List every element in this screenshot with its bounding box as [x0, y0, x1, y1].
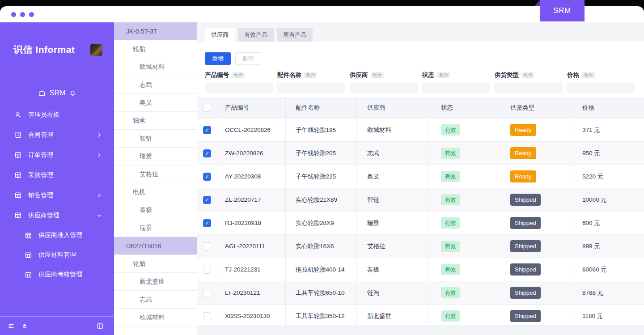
status-badge: 有效: [441, 171, 460, 182]
window-dot-icon[interactable]: [20, 12, 25, 17]
eject-icon[interactable]: [21, 322, 28, 330]
status-badge: 有效: [441, 264, 460, 275]
tree-item[interactable]: 轮胎: [114, 40, 197, 58]
product-code-filter-input[interactable]: [205, 82, 273, 93]
filter-op-chip: 包含: [437, 72, 450, 78]
table-row[interactable]: ✓ RJ-20220918 实心轮胎28X9 瑞景 有效 Shipped 600…: [197, 212, 644, 235]
supply-type-filter-input[interactable]: [495, 82, 563, 93]
window-controls: [11, 12, 34, 17]
part-name-cell: 实心轮胎21X89: [286, 188, 357, 212]
status-badge: 有效: [441, 241, 460, 252]
row-checkbox[interactable]: ✓: [203, 196, 211, 204]
bell-icon[interactable]: [69, 90, 76, 97]
table-row[interactable]: ✓ OCCL-20220826 子午线轮胎195 欧城材料 有效 Ready 3…: [197, 119, 644, 142]
tree-item[interactable]: 欧城材料: [114, 309, 197, 327]
row-checkbox[interactable]: ✓: [203, 219, 211, 227]
tree-item[interactable]: 志武: [114, 76, 197, 94]
tab-all-products[interactable]: 所有产品: [277, 28, 313, 42]
row-checkbox[interactable]: [203, 242, 211, 250]
sidebar-item-contract-mgmt[interactable]: 合同管理: [0, 125, 114, 145]
tab-supplier[interactable]: 供应商: [205, 28, 235, 42]
filter-price: 价格 包含: [567, 71, 635, 93]
sidebar-item-supplier-access-mgmt[interactable]: 供应商准入管理: [0, 225, 114, 245]
main-content: 供应商 有效产品 所有产品 新增 删除 产品编号 包含 配件名称: [197, 22, 644, 335]
window-dot-icon[interactable]: [11, 12, 16, 17]
filter-label: 产品编号: [205, 71, 229, 79]
app-logo: 识信 Informat: [13, 43, 75, 56]
supply-type-badge: Shipped: [510, 263, 541, 276]
tree-item[interactable]: 新北盛世: [114, 273, 197, 291]
sidebar-footer: [0, 316, 114, 335]
tree-item[interactable]: 欧城材料: [114, 58, 197, 76]
table-row[interactable]: ✓ AY-20220308 子午线轮胎225 奥义 有效 Ready 5220 …: [197, 165, 644, 188]
tree-item[interactable]: 奥义: [114, 94, 197, 112]
supplier-cell: 志武: [357, 142, 428, 165]
price-cell: 600 元: [569, 212, 644, 235]
row-checkbox[interactable]: [203, 289, 211, 297]
table-row[interactable]: AGL-20220111 实心轮胎16X6 艾格拉 有效 Shipped 899…: [197, 235, 644, 258]
supplier-filter-input[interactable]: [350, 82, 418, 93]
admin-user-icon: [14, 111, 22, 119]
delete-button[interactable]: 删除: [235, 52, 261, 65]
table-row[interactable]: ✓ ZL-20220717 实心轮胎21X89 智链 有效 Shipped 10…: [197, 188, 644, 212]
column-header: 状态: [428, 97, 498, 119]
sidebar-item-admin-board[interactable]: 管理员看板: [0, 105, 114, 125]
tree-item[interactable]: 泰极: [114, 201, 197, 219]
filter-supplier: 供应商 包含: [350, 71, 418, 93]
tree-item[interactable]: 志武: [114, 291, 197, 309]
menu-lines-icon[interactable]: [8, 322, 15, 330]
sidebar-item-supplier-mgmt[interactable]: 供应商管理: [0, 205, 114, 225]
tab-valid-products[interactable]: 有效产品: [238, 28, 274, 42]
column-header: 配件名称: [286, 97, 357, 119]
table-row[interactable]: LT-20230121 工具车轮胎650-10 链淘 有效 Shipped 87…: [197, 281, 644, 305]
add-button[interactable]: 新增: [205, 52, 231, 65]
status-filter-input[interactable]: [422, 82, 490, 93]
supplier-submenu: 供应商准入管理 供应材料管理 供应商: [0, 225, 114, 284]
part-name-cell: 拖拉机轮胎400-14: [286, 258, 357, 281]
tree-item[interactable]: DB22/T5016: [114, 237, 197, 255]
supplier-cell: 欧城材料: [357, 119, 428, 142]
tree-item[interactable]: 轮胎: [114, 255, 197, 273]
sidebar-item-supplier-assessment-mgmt[interactable]: 供应商考核管理: [0, 265, 114, 284]
price-cell: 8788 元: [569, 281, 644, 305]
tree-item[interactable]: 瑞景: [114, 148, 197, 165]
part-name-cell: 实心轮胎16X6: [286, 235, 357, 258]
tree-item[interactable]: 艾格拉: [114, 165, 197, 183]
sidebar-item-sales-mgmt[interactable]: 销售管理: [0, 185, 114, 205]
supplier-cell: 链淘: [357, 281, 428, 305]
sidebar-item-order-mgmt[interactable]: 订单管理: [0, 145, 114, 165]
part-name-filter-input[interactable]: [277, 82, 345, 93]
window-dot-icon[interactable]: [29, 12, 34, 17]
product-code-cell: XBSS-20230130: [217, 305, 286, 328]
table-row[interactable]: ✓ ZW-20220826 子午线轮胎205 志武 有效 Ready 950 元: [197, 142, 644, 165]
price-cell: 371 元: [569, 119, 644, 142]
tree-item[interactable]: 瑞景: [114, 219, 197, 237]
price-filter-input[interactable]: [567, 82, 635, 93]
row-checkbox[interactable]: [203, 312, 211, 320]
status-badge: 有效: [441, 217, 460, 229]
filter-part-name: 配件名称 包含: [277, 71, 345, 93]
sidebar-item-label: 供应商准入管理: [38, 231, 102, 239]
tree-item[interactable]: 电机: [114, 183, 197, 201]
row-checkbox[interactable]: ✓: [203, 149, 211, 157]
row-checkbox[interactable]: ✓: [203, 173, 211, 181]
sidebar-item-purchase-mgmt[interactable]: 采购管理: [0, 165, 114, 185]
table-row[interactable]: TJ-20221231 拖拉机轮胎400-14 泰极 有效 Shipped 60…: [197, 258, 644, 281]
select-all-checkbox[interactable]: [203, 104, 211, 112]
supplier-cell: 奥义: [357, 165, 428, 188]
table-row[interactable]: XBSS-20230130 工具车轮胎350-12 新北盛世 有效 Shippe…: [197, 305, 644, 328]
tree-item[interactable]: 智链: [114, 130, 197, 148]
srm-ribbon-label: SRM: [553, 6, 571, 15]
collapse-panel-icon[interactable]: [97, 322, 104, 330]
tree-item[interactable]: 轴承: [114, 112, 197, 130]
row-checkbox[interactable]: ✓: [203, 126, 211, 134]
sidebar-item-supply-material-mgmt[interactable]: 供应材料管理: [0, 245, 114, 265]
status-badge: 有效: [441, 148, 460, 159]
table-grid-icon: [14, 191, 22, 199]
tree-item[interactable]: JK-0.5T-3T: [114, 22, 197, 40]
sidebar-item-label: 供应材料管理: [38, 251, 102, 259]
workspace-row: SRM: [0, 88, 114, 98]
filter-product-code: 产品编号 包含: [205, 71, 273, 93]
user-avatar[interactable]: [90, 44, 102, 56]
row-checkbox[interactable]: [203, 266, 211, 274]
